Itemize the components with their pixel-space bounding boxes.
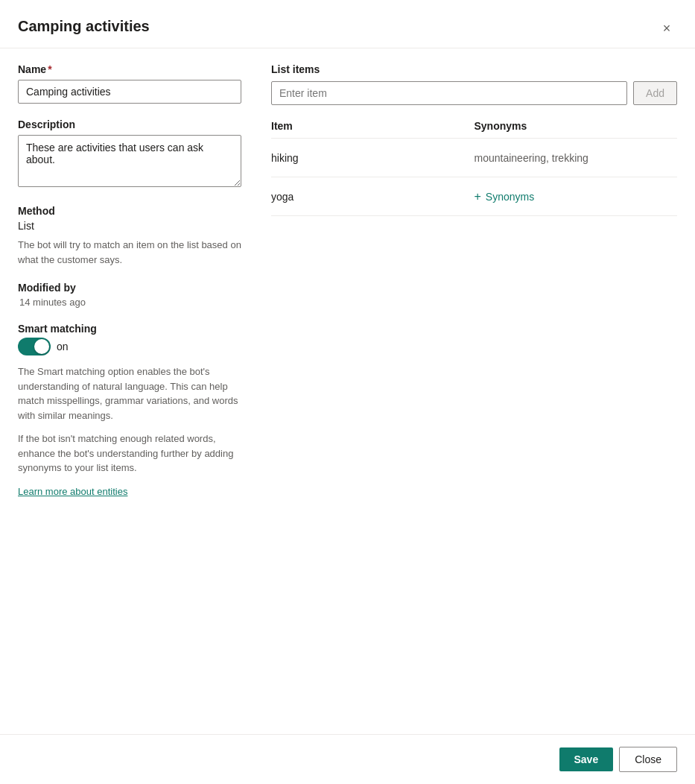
toggle-row: on	[18, 338, 241, 355]
modified-label: Modified by	[18, 282, 241, 294]
close-icon-button[interactable]: ×	[656, 18, 677, 39]
modal-footer: Save Close	[0, 734, 695, 784]
description-field-group: Description These are activities that us…	[18, 118, 241, 190]
name-label: Name *	[18, 63, 241, 75]
modal-container: Camping activities × Name * Description …	[0, 0, 695, 784]
right-panel: List items Add Item Synonyms hiking moun…	[271, 63, 677, 719]
name-input[interactable]	[18, 80, 241, 104]
smart-matching-toggle[interactable]	[18, 338, 51, 355]
smart-matching-label: Smart matching	[18, 323, 241, 335]
learn-more-link[interactable]: Learn more about entities	[18, 486, 127, 497]
smart-desc-2: If the bot isn't matching enough related…	[18, 431, 241, 475]
smart-matching-section: Smart matching on The Smart matching opt…	[18, 323, 241, 498]
modal-body: Name * Description These are activities …	[0, 48, 695, 734]
close-footer-button[interactable]: Close	[619, 747, 677, 772]
method-value: List	[18, 220, 241, 232]
description-input[interactable]: These are activities that users can ask …	[18, 135, 241, 187]
col-item-header: Item	[271, 120, 475, 132]
toggle-thumb	[34, 339, 49, 354]
left-panel: Name * Description These are activities …	[18, 63, 241, 719]
modified-value: 14 minutes ago	[18, 297, 241, 308]
add-synonyms-label: Synonyms	[486, 191, 534, 203]
table-row: hiking mountaineering, trekking	[271, 139, 677, 177]
plus-icon: +	[475, 191, 481, 203]
save-button[interactable]: Save	[559, 747, 614, 771]
list-items-label: List items	[271, 63, 677, 75]
modified-section: Modified by 14 minutes ago	[18, 282, 241, 308]
close-x-icon: ×	[663, 22, 671, 35]
table-header: Item Synonyms	[271, 120, 677, 139]
add-synonyms-button[interactable]: + Synonyms	[475, 191, 535, 203]
toggle-on-label: on	[57, 341, 69, 353]
item-cell: yoga	[271, 191, 475, 203]
add-item-row: Add	[271, 81, 677, 105]
item-cell: hiking	[271, 152, 475, 164]
toggle-track	[18, 338, 51, 355]
synonyms-cell: mountaineering, trekking	[475, 152, 678, 164]
smart-desc-1: The Smart matching option enables the bo…	[18, 364, 241, 423]
synonyms-cell: + Synonyms	[475, 191, 678, 203]
modal-title: Camping activities	[18, 18, 150, 35]
modal-header: Camping activities ×	[0, 0, 695, 48]
col-synonyms-header: Synonyms	[475, 120, 678, 132]
description-label: Description	[18, 118, 241, 130]
method-description: The bot will try to match an item on the…	[18, 238, 241, 267]
enter-item-input[interactable]	[271, 81, 627, 105]
table-row: yoga + Synonyms	[271, 177, 677, 216]
method-label: Method	[18, 205, 241, 217]
required-star: *	[48, 63, 51, 75]
name-field-group: Name *	[18, 63, 241, 104]
add-button[interactable]: Add	[633, 81, 677, 105]
method-section: Method List The bot will try to match an…	[18, 205, 241, 267]
